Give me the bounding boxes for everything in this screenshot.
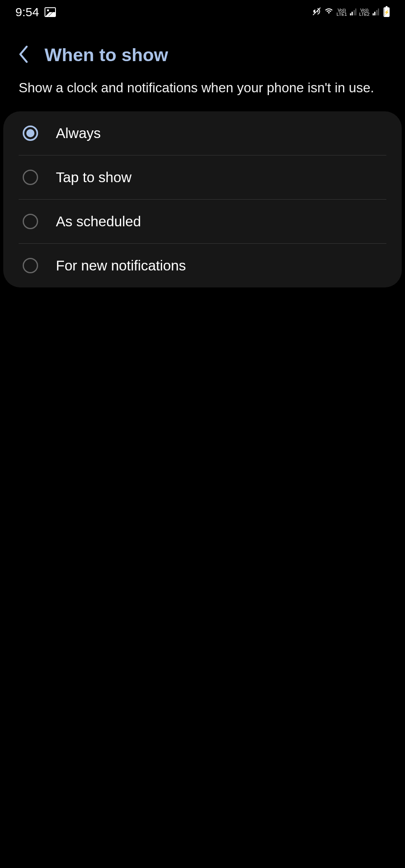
option-as-scheduled[interactable]: As scheduled: [3, 200, 402, 243]
radio-icon: [23, 258, 38, 273]
page-description: Show a clock and notifications when your…: [0, 74, 405, 111]
option-label: For new notifications: [56, 257, 186, 274]
battery-charging-icon: [384, 7, 390, 17]
status-right: Vo)) LTE1 Vo)) LTE2: [312, 7, 390, 18]
options-card: Always Tap to show As scheduled For new …: [3, 111, 402, 287]
option-label: Always: [56, 125, 101, 141]
option-label: As scheduled: [56, 213, 141, 230]
option-always[interactable]: Always: [3, 111, 402, 155]
status-bar: 9:54 Vo)) LTE1 Vo)) LTE2: [0, 0, 405, 24]
picture-icon: [45, 7, 56, 17]
sim2-label: Vo)) LTE2: [359, 8, 369, 16]
page-title: When to show: [45, 45, 168, 66]
sim1-label: Vo)) LTE1: [337, 8, 347, 16]
option-label: Tap to show: [56, 169, 132, 185]
vibrate-mute-icon: [312, 7, 321, 18]
wifi-icon: [324, 7, 334, 17]
signal-bars-1: [350, 9, 357, 15]
back-icon[interactable]: [18, 45, 29, 65]
option-for-new-notifications[interactable]: For new notifications: [3, 244, 402, 287]
status-left: 9:54: [15, 5, 56, 19]
status-time: 9:54: [15, 5, 39, 19]
option-tap-to-show[interactable]: Tap to show: [3, 155, 402, 199]
signal-bars-2: [373, 9, 379, 15]
radio-selected-icon: [23, 126, 38, 141]
radio-icon: [23, 214, 38, 229]
header: When to show: [0, 24, 405, 74]
radio-icon: [23, 170, 38, 185]
